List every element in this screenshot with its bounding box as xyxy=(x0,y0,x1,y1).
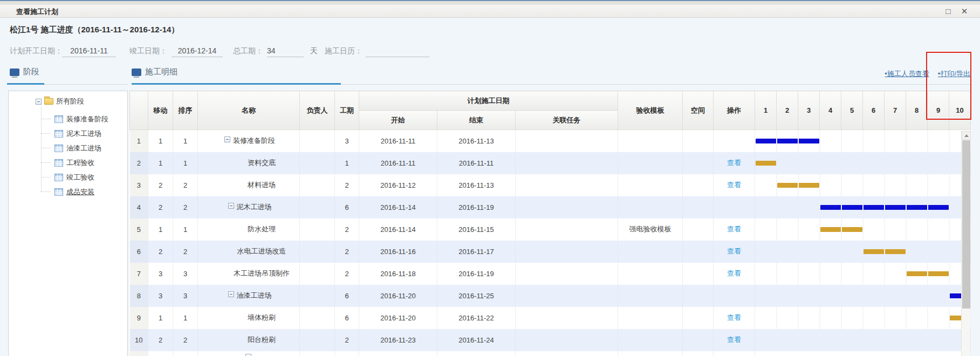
duration-cell: 6 xyxy=(335,196,359,218)
task-name: 木工进场吊顶制作 xyxy=(210,269,290,278)
sidebar-item-stage[interactable]: 成品安装 xyxy=(9,184,127,199)
move-cell: 1 xyxy=(148,307,173,329)
column-header: 操作 xyxy=(714,91,755,130)
collapse-icon[interactable] xyxy=(224,136,230,142)
view-link[interactable]: 查看 xyxy=(727,225,741,233)
schedule-table: 移动排序名称负责人工期计划施工日期验收模板空间操作12345678910开始结束… xyxy=(129,91,971,356)
gantt-row xyxy=(755,174,971,196)
action-cell xyxy=(714,285,755,307)
scrollbar-thumb[interactable] xyxy=(962,140,970,309)
gantt-bar-task xyxy=(777,183,819,188)
start-date-cell: 2016-11-14 xyxy=(359,218,437,241)
plan-start-label: 计划开工日期： xyxy=(10,46,63,56)
total-duration-field[interactable]: 34 xyxy=(267,44,304,57)
name-cell: 水电工进场改造 xyxy=(198,241,300,263)
collapse-icon[interactable] xyxy=(245,354,251,356)
sidebar-item-stage[interactable]: 工程验收 xyxy=(9,155,127,170)
calendar-field[interactable] xyxy=(366,44,429,57)
gantt-bar-task xyxy=(756,161,776,166)
maximize-icon[interactable]: □ xyxy=(942,6,954,17)
row-number-cell: 7 xyxy=(130,263,148,285)
sidebar-item-label: 泥木工进场 xyxy=(66,129,101,139)
duration-cell: 6 xyxy=(335,307,359,329)
duration-cell: 2 xyxy=(335,263,359,285)
day-column-header: 10 xyxy=(949,91,971,130)
day-column-header: 5 xyxy=(841,91,863,130)
view-link[interactable]: 查看 xyxy=(727,336,741,344)
row-number-cell xyxy=(130,351,148,356)
template-cell xyxy=(618,307,683,329)
table-icon xyxy=(54,130,63,138)
sidebar-section-title: 阶段 xyxy=(23,67,39,77)
finish-date-field[interactable]: 2016-12-14 xyxy=(172,44,223,57)
view-link[interactable]: 查看 xyxy=(727,269,741,277)
collapse-icon[interactable] xyxy=(36,99,42,105)
sort-cell: 1 xyxy=(173,218,198,241)
owner-cell xyxy=(300,263,335,285)
view-link[interactable]: 查看 xyxy=(727,159,741,167)
view-link[interactable]: 查看 xyxy=(727,181,741,189)
space-cell xyxy=(683,351,714,356)
scroll-up-icon[interactable] xyxy=(962,131,971,140)
column-header: 开始 xyxy=(359,111,437,130)
action-cell: 查看 xyxy=(714,241,755,263)
monitor-icon xyxy=(132,69,141,76)
row-number-cell: 9 xyxy=(130,307,148,329)
print-export-link[interactable]: •打印/导出 xyxy=(938,69,970,79)
move-cell: 1 xyxy=(148,152,173,174)
linked-task-cell xyxy=(516,218,618,241)
row-number-cell: 10 xyxy=(130,329,148,351)
sidebar-item-stage[interactable]: 泥木工进场 xyxy=(9,126,127,141)
table-row: 211资料交底12016-11-112016-11-11查看 xyxy=(130,152,971,174)
duration-cell: 1 xyxy=(335,152,359,174)
space-cell xyxy=(683,218,714,241)
gantt-row xyxy=(755,263,971,285)
owner-cell xyxy=(300,218,335,241)
template-cell xyxy=(618,351,683,356)
template-cell xyxy=(618,196,683,218)
owner-cell xyxy=(300,329,335,351)
action-cell: 查看 xyxy=(714,218,755,241)
column-header: 验收模板 xyxy=(618,91,683,130)
linked-task-cell xyxy=(516,196,618,218)
end-date-cell: 2016-11-19 xyxy=(437,196,516,218)
table-row: 911墙体粉刷62016-11-202016-11-22查看 xyxy=(130,307,971,329)
view-link[interactable]: 查看 xyxy=(727,313,741,321)
finish-date-label: 竣工日期： xyxy=(129,46,167,56)
close-icon[interactable]: ✕ xyxy=(958,6,970,17)
template-cell xyxy=(618,174,683,196)
view-link[interactable]: 查看 xyxy=(727,247,741,255)
start-date-cell: 2016-11-16 xyxy=(359,241,437,263)
tree-root-all-stages[interactable]: 所有阶段 xyxy=(9,91,127,107)
start-date-cell: 2016-11-23 xyxy=(359,329,437,351)
main-header-accent xyxy=(132,83,341,85)
action-cell: 查看 xyxy=(714,152,755,174)
owner-cell xyxy=(300,351,335,356)
sidebar-item-stage[interactable]: 油漆工进场 xyxy=(9,141,127,155)
start-date-cell: 2016-11-20 xyxy=(359,307,437,329)
linked-task-cell xyxy=(516,329,618,351)
day-column-header: 6 xyxy=(863,91,885,130)
sidebar-item-stage[interactable]: 装修准备阶段 xyxy=(9,112,127,126)
sidebar-item-stage[interactable]: 竣工验收 xyxy=(9,170,127,184)
day-column-header: 1 xyxy=(755,91,777,130)
gantt-vertical-scrollbar[interactable] xyxy=(961,131,970,356)
row-number-cell: 2 xyxy=(130,152,148,174)
action-cell: 查看 xyxy=(714,307,755,329)
space-cell xyxy=(683,241,714,263)
plan-start-field[interactable]: 2016-11-11 xyxy=(62,44,116,57)
end-date-cell xyxy=(437,351,516,356)
action-cell: 查看 xyxy=(714,174,755,196)
day-column-header: 2 xyxy=(777,91,798,130)
collapse-icon[interactable] xyxy=(228,291,234,297)
collapse-icon[interactable] xyxy=(228,203,234,209)
task-name: 墙体粉刷 xyxy=(224,313,276,323)
sidebar-item-label: 竣工验收 xyxy=(66,173,94,182)
gantt-bar-task xyxy=(820,227,862,232)
day-column-header: 4 xyxy=(820,91,841,130)
worker-view-link[interactable]: •施工人员查看 xyxy=(885,69,929,79)
main-section-header: 施工明细 xyxy=(132,67,177,77)
monitor-icon xyxy=(10,69,19,76)
end-date-cell: 2016-11-13 xyxy=(437,130,516,152)
row-number-cell: 3 xyxy=(130,174,148,196)
